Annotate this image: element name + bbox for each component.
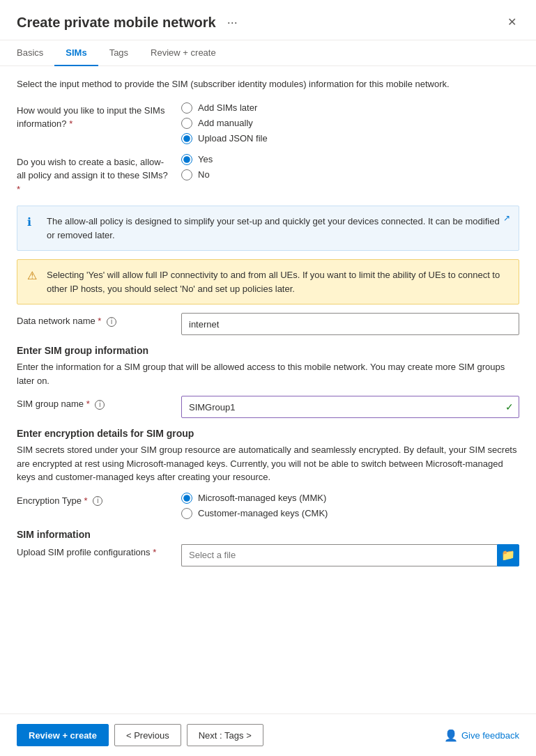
give-feedback-button[interactable]: 👤 Give feedback (444, 729, 519, 742)
allow-all-required: * (17, 184, 20, 194)
allow-all-policy-options: Yes No (181, 154, 213, 180)
allow-all-policy-label: Do you wish to create a basic, allow-all… (17, 154, 170, 196)
option-add-manually-label: Add manually (198, 118, 253, 128)
option-yes-label: Yes (198, 154, 213, 164)
external-link-icon[interactable]: ↗ (503, 213, 510, 223)
encryption-heading: Enter encryption details for SIM group (17, 428, 519, 439)
more-options-icon[interactable]: ··· (223, 14, 242, 31)
sim-group-input-wrapper: ✓ (181, 396, 519, 418)
previous-button[interactable]: < Previous (114, 724, 181, 746)
option-mmk-label: Microsoft-managed keys (MMK) (198, 493, 326, 503)
header: Create private mobile network ··· ✕ (0, 0, 536, 40)
sim-group-required: * (86, 399, 90, 409)
input-method-options: Add SIMs later Add manually Upload JSON … (181, 102, 268, 144)
option-add-manually[interactable]: Add manually (181, 118, 268, 129)
sim-group-name-input[interactable] (181, 396, 519, 418)
footer-right: 👤 Give feedback (444, 729, 519, 742)
header-left: Create private mobile network ··· (17, 14, 242, 31)
encryption-type-row: Encryption Type * i Microsoft-managed ke… (17, 493, 519, 519)
page-title: Create private mobile network (17, 15, 216, 31)
file-path-input[interactable] (181, 544, 497, 566)
option-cmk[interactable]: Customer-managed keys (CMK) (181, 508, 328, 519)
option-cmk-label: Customer-managed keys (CMK) (198, 508, 328, 518)
data-network-name-input[interactable] (181, 313, 519, 335)
allow-all-policy-row: Do you wish to create a basic, allow-all… (17, 154, 519, 196)
sim-group-name-label: SIM group name * i (17, 396, 170, 411)
info-box: ℹ The allow-all policy is designed to si… (17, 206, 519, 251)
tab-sims[interactable]: SIMs (54, 40, 98, 66)
sim-group-info-icon[interactable]: i (95, 400, 105, 410)
info-circle-icon: ℹ (27, 215, 40, 229)
radio-yes[interactable] (181, 154, 192, 165)
radio-no[interactable] (181, 169, 192, 180)
validation-check-icon: ✓ (505, 401, 514, 412)
radio-add-manually[interactable] (181, 118, 192, 129)
option-no[interactable]: No (181, 169, 213, 180)
option-no-label: No (198, 169, 210, 180)
folder-icon: 📁 (501, 548, 515, 562)
sim-group-description: Enter the information for a SIM group th… (17, 360, 519, 387)
radio-add-later[interactable] (181, 102, 192, 114)
warning-box: ⚠ Selecting 'Yes' will allow full IP con… (17, 259, 519, 304)
upload-required: * (153, 547, 156, 557)
option-mmk[interactable]: Microsoft-managed keys (MMK) (181, 493, 328, 504)
data-network-name-label: Data network name * i (17, 313, 170, 328)
sim-group-name-row: SIM group name * i ✓ (17, 396, 519, 418)
option-yes[interactable]: Yes (181, 154, 213, 165)
warning-triangle-icon: ⚠ (27, 269, 40, 282)
main-content: Select the input method to provide the S… (0, 66, 536, 713)
encryption-description: SIM secrets stored under your SIM group … (17, 443, 519, 484)
option-add-later-label: Add SIMs later (198, 102, 257, 113)
data-network-info-icon[interactable]: i (107, 317, 116, 327)
input-method-label: How would you like to input the SIMs inf… (17, 102, 170, 131)
tabs-bar: Basics SIMs Tags Review + create (0, 40, 536, 66)
radio-cmk[interactable] (181, 508, 192, 519)
radio-mmk[interactable] (181, 493, 192, 504)
next-tags-button[interactable]: Next : Tags > (187, 724, 263, 746)
input-method-row: How would you like to input the SIMs inf… (17, 102, 519, 144)
data-network-name-row: Data network name * i (17, 313, 519, 335)
warning-box-text: Selecting 'Yes' will allow full IP conne… (47, 268, 509, 295)
data-network-required: * (98, 316, 101, 326)
encryption-info-icon[interactable]: i (93, 496, 102, 506)
option-upload-json-label: Upload JSON file (198, 133, 268, 144)
upload-sim-label: Upload SIM profile configurations * (17, 544, 170, 560)
input-method-required: * (69, 118, 72, 129)
panel: Create private mobile network ··· ✕ Basi… (0, 0, 536, 756)
give-feedback-label: Give feedback (461, 730, 519, 741)
data-network-input-wrapper (181, 313, 519, 335)
file-upload-wrapper: 📁 (181, 544, 519, 566)
upload-sim-row: Upload SIM profile configurations * 📁 (17, 544, 519, 566)
encryption-required: * (84, 495, 88, 506)
info-box-text: The allow-all policy is designed to simp… (47, 215, 509, 242)
footer: Review + create < Previous Next : Tags >… (0, 713, 536, 756)
review-create-button[interactable]: Review + create (17, 724, 109, 746)
tab-tags[interactable]: Tags (98, 40, 139, 66)
feedback-icon: 👤 (444, 729, 458, 742)
sim-information-heading: SIM information (17, 529, 519, 540)
option-add-later[interactable]: Add SIMs later (181, 102, 268, 114)
encryption-type-label: Encryption Type * i (17, 493, 170, 508)
radio-upload-json[interactable] (181, 133, 192, 144)
file-browse-button[interactable]: 📁 (497, 544, 519, 566)
sim-group-heading: Enter SIM group information (17, 345, 519, 356)
tab-basics[interactable]: Basics (17, 40, 54, 66)
encryption-type-options: Microsoft-managed keys (MMK) Customer-ma… (181, 493, 328, 519)
close-button[interactable]: ✕ (505, 14, 519, 31)
tab-review-create[interactable]: Review + create (139, 40, 227, 66)
option-upload-json[interactable]: Upload JSON file (181, 133, 268, 144)
sims-description: Select the input method to provide the S… (17, 77, 519, 91)
